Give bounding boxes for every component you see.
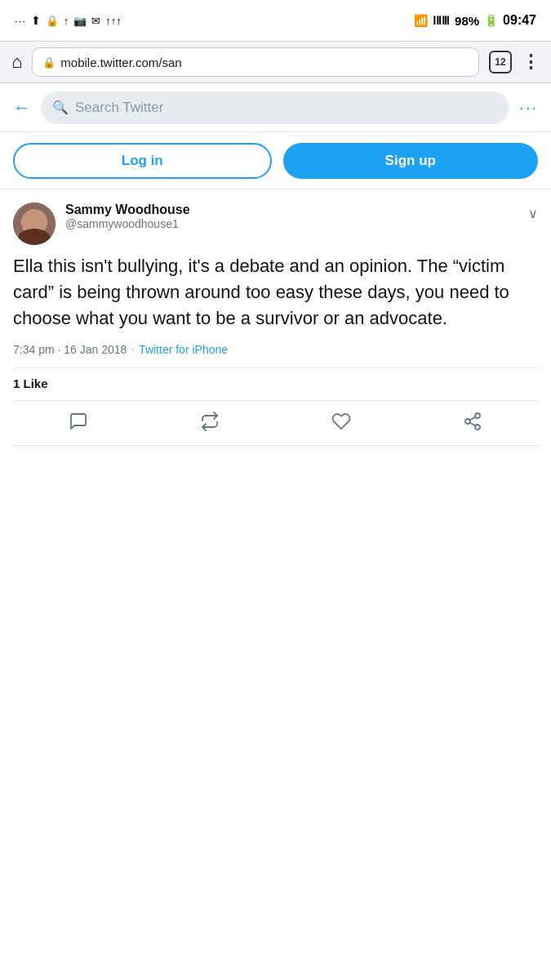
twitter-nav-bar: ← 🔍 Search Twitter ··· bbox=[0, 83, 551, 132]
auth-bar: Log in Sign up bbox=[0, 132, 551, 189]
photo-icon: 📷 bbox=[73, 15, 87, 27]
tab-count[interactable]: 12 bbox=[489, 51, 512, 74]
tweet-likes: 1 Like bbox=[13, 376, 538, 401]
back-button[interactable]: ← bbox=[13, 97, 31, 118]
tweet-username[interactable]: Sammy Woodhouse bbox=[65, 203, 528, 217]
share-icon bbox=[460, 409, 485, 434]
nav-more-icon[interactable]: ··· bbox=[519, 98, 538, 117]
status-left-icons: ··· ⬆ 🔒 ↑ 📷 ✉ ↑↑↑ bbox=[15, 14, 122, 27]
browser-more-icon[interactable]: ⋮ bbox=[522, 51, 540, 73]
tweet-handle[interactable]: @sammywoodhouse1 bbox=[65, 217, 528, 230]
status-right-info: 📶 ⅠⅡⅢ 98% 🔋 09:47 bbox=[414, 13, 536, 28]
like-icon bbox=[329, 409, 353, 434]
battery-icon: 🔋 bbox=[484, 14, 498, 27]
chevron-down-icon[interactable]: ∨ bbox=[528, 206, 538, 221]
avatar bbox=[13, 203, 56, 245]
like-button[interactable] bbox=[329, 409, 353, 434]
search-icon: 🔍 bbox=[52, 100, 69, 115]
tweet-timestamp: 7:34 pm · 16 Jan 2018 bbox=[13, 343, 127, 356]
upload-icon: ⬆ bbox=[31, 14, 41, 27]
tweet-text: Ella this isn't bullying, it's a debate … bbox=[13, 253, 538, 332]
search-placeholder: Search Twitter bbox=[75, 100, 163, 116]
browser-bar: ⌂ 🔒 mobile.twitter.com/san 12 ⋮ bbox=[0, 41, 551, 83]
svg-line-4 bbox=[469, 416, 475, 420]
svg-line-3 bbox=[469, 422, 475, 425]
up-arrows-icon: ↑↑↑ bbox=[105, 15, 122, 27]
login-button[interactable]: Log in bbox=[13, 143, 272, 179]
browser-lock-icon: 🔒 bbox=[42, 56, 56, 69]
arrow-up-icon: ↑ bbox=[64, 15, 69, 27]
mail-icon: ✉ bbox=[91, 15, 100, 27]
tweet-user-info: Sammy Woodhouse @sammywoodhouse1 bbox=[65, 203, 528, 230]
tweet-via-link[interactable]: Twitter for iPhone bbox=[139, 343, 228, 356]
tweet-divider bbox=[13, 368, 538, 368]
wifi-icon: 📶 bbox=[414, 14, 428, 27]
search-box[interactable]: 🔍 Search Twitter bbox=[41, 91, 509, 124]
url-text: mobile.twitter.com/san bbox=[60, 56, 181, 69]
reply-button[interactable] bbox=[66, 409, 91, 434]
likes-count: 1 bbox=[13, 376, 20, 390]
tweet-header: Sammy Woodhouse @sammywoodhouse1 ∨ bbox=[13, 203, 538, 245]
likes-label: Like bbox=[24, 376, 48, 390]
lock-status-icon: 🔒 bbox=[46, 15, 59, 27]
battery-percent: 98% bbox=[455, 14, 479, 28]
meta-separator: · bbox=[131, 345, 134, 354]
avatar-image bbox=[13, 203, 56, 245]
reply-icon bbox=[66, 409, 91, 434]
home-icon[interactable]: ⌂ bbox=[11, 51, 22, 73]
notification-dots: ··· bbox=[15, 15, 26, 27]
status-time: 09:47 bbox=[503, 13, 536, 28]
url-bar[interactable]: 🔒 mobile.twitter.com/san bbox=[32, 47, 479, 77]
tweet-meta: 7:34 pm · 16 Jan 2018 · Twitter for iPho… bbox=[13, 343, 538, 356]
status-bar: ··· ⬆ 🔒 ↑ 📷 ✉ ↑↑↑ 📶 ⅠⅡⅢ 98% 🔋 09:47 bbox=[0, 0, 551, 41]
signup-button[interactable]: Sign up bbox=[283, 143, 539, 179]
tweet-container: Sammy Woodhouse @sammywoodhouse1 ∨ Ella … bbox=[0, 189, 551, 446]
signal-icon: ⅠⅡⅢ bbox=[433, 14, 450, 27]
retweet-icon bbox=[198, 409, 222, 434]
retweet-button[interactable] bbox=[198, 409, 222, 434]
share-button[interactable] bbox=[460, 409, 485, 434]
tweet-actions bbox=[13, 401, 538, 446]
